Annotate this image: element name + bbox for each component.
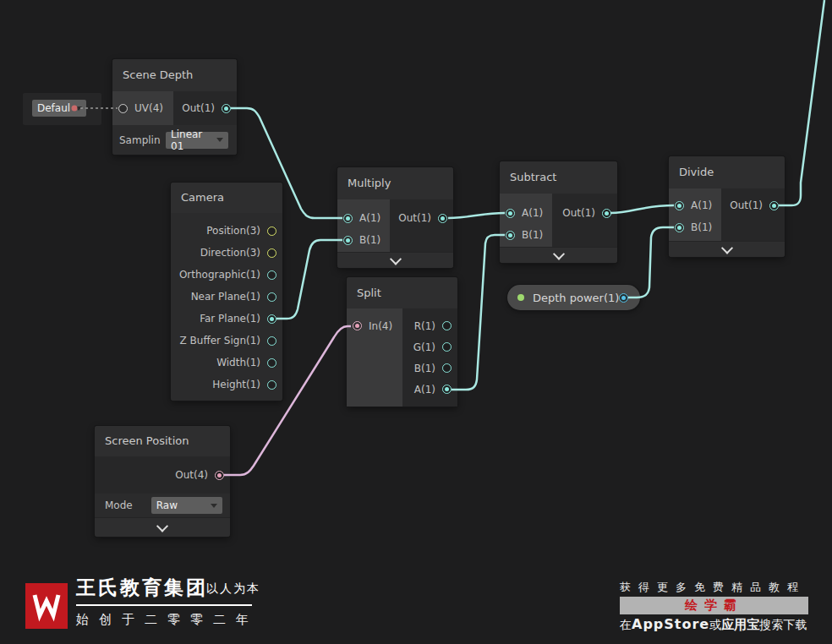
port-width-out[interactable] — [267, 358, 276, 368]
shader-graph-canvas[interactable]: Defaul Scene Depth UV(4) Out(1) Samplin … — [0, 0, 832, 644]
branding-footer: 王氏教育集团 以人为本 始创于二零零二年 获得更多免费精品教程 绘学霸 在App… — [0, 573, 832, 644]
port-label: Width(1) — [216, 357, 260, 368]
port-label: B(1) — [414, 363, 435, 374]
node-subtract[interactable]: Subtract A(1) B(1) Out(1) — [500, 161, 617, 263]
node-title: Divide — [669, 156, 785, 188]
download-pre: 在 — [620, 618, 632, 631]
port-label: B(1) — [359, 234, 380, 246]
node-camera[interactable]: Camera Position(3) Direction(3) Orthogra… — [171, 183, 282, 401]
port-out[interactable] — [438, 214, 447, 223]
port-label: Direction(3) — [200, 247, 260, 259]
founded-text: 始创于二零零二年 — [76, 612, 259, 628]
collapse-control[interactable] — [95, 517, 230, 537]
camera-output-row: Height(1) — [171, 374, 282, 396]
port-label: Position(3) — [206, 225, 260, 237]
port-height-out[interactable] — [267, 380, 276, 390]
port-b-in[interactable] — [343, 236, 353, 245]
wire-split-a-to-subtract-b[interactable] — [452, 235, 505, 390]
wire-farplane-to-multiply-b[interactable] — [276, 240, 342, 319]
uv-default-dropdown[interactable]: Defaul — [32, 100, 86, 117]
company-motto: 以人为本 — [206, 581, 260, 597]
download-store1: AppStore — [632, 616, 709, 632]
collapse-control[interactable] — [337, 252, 453, 268]
port-label: Far Plane(1) — [200, 313, 260, 325]
sampling-dropdown[interactable]: Linear 01 — [166, 132, 228, 149]
app-name-bar: 绘学霸 — [620, 597, 808, 614]
node-depth-power-property[interactable]: Depth power(1) — [507, 285, 640, 310]
promo-tagline: 获得更多免费精品教程 — [620, 580, 806, 595]
port-b-out[interactable] — [442, 363, 452, 373]
port-r-out[interactable] — [442, 321, 452, 330]
property-label: Depth power(1) — [533, 292, 619, 304]
port-label: A(1) — [359, 212, 380, 224]
port-out[interactable] — [215, 471, 224, 480]
mode-value: Raw — [156, 499, 178, 511]
port-label: B(1) — [691, 221, 712, 233]
chevron-down-icon — [552, 248, 564, 260]
port-label: A(1) — [691, 199, 712, 211]
node-title: Multiply — [337, 167, 453, 199]
camera-output-row: Position(3) — [171, 220, 282, 242]
brand-divider — [76, 604, 252, 606]
sampling-value: Linear 01 — [171, 128, 211, 152]
wire-multiply-to-subtract-a[interactable] — [448, 213, 505, 218]
wangs-logo — [25, 583, 68, 629]
port-a-in[interactable] — [343, 214, 353, 223]
port-label: Out(1) — [182, 102, 215, 114]
collapse-control[interactable] — [669, 241, 785, 257]
node-split[interactable]: Split In(4) R(1) G(1) B(1) A(1) — [347, 277, 457, 407]
port-label: In(4) — [369, 320, 392, 332]
port-orthographic-out[interactable] — [267, 270, 276, 280]
node-screen-position[interactable]: Screen Position Out(4) Mode Raw — [95, 426, 230, 537]
camera-output-row: Far Plane(1) — [171, 308, 282, 330]
wangs-logo-w-icon — [30, 589, 63, 623]
port-label: B(1) — [522, 229, 543, 241]
sampling-label: Samplin — [119, 134, 166, 146]
download-instruction: 在AppStore或应用宝搜索下载 — [620, 616, 807, 633]
port-a-in[interactable] — [675, 201, 684, 210]
port-farplane-out[interactable] — [267, 314, 276, 324]
port-b-in[interactable] — [506, 231, 515, 240]
mode-dropdown[interactable]: Raw — [151, 497, 222, 514]
port-label: G(1) — [413, 341, 435, 353]
port-label: Height(1) — [212, 379, 260, 390]
chevron-down-icon — [156, 521, 168, 532]
node-divide[interactable]: Divide A(1) B(1) Out(1) — [669, 156, 785, 257]
port-out[interactable] — [222, 104, 231, 113]
app-name: 绘学霸 — [685, 598, 743, 614]
port-label: Out(4) — [175, 469, 208, 481]
port-a-in[interactable] — [506, 209, 515, 218]
port-label: R(1) — [414, 320, 435, 332]
port-in[interactable] — [353, 321, 362, 330]
chevron-down-icon — [720, 243, 732, 254]
node-title: Camera — [171, 183, 282, 213]
camera-output-row: Near Plane(1) — [171, 286, 282, 308]
wire-subtract-to-divide-a[interactable] — [610, 205, 674, 213]
port-g-out[interactable] — [442, 342, 452, 352]
port-a-out[interactable] — [442, 385, 452, 394]
port-label: A(1) — [414, 384, 435, 396]
port-uv-in[interactable] — [118, 104, 128, 113]
port-label: Near Plane(1) — [191, 291, 260, 303]
mode-label: Mode — [105, 499, 133, 511]
port-out[interactable] — [602, 209, 611, 218]
port-out[interactable] — [769, 201, 779, 210]
port-position-out[interactable] — [267, 226, 276, 236]
port-zbuffersign-out[interactable] — [267, 336, 276, 346]
port-nearplane-out[interactable] — [267, 292, 276, 302]
node-title: Split — [347, 277, 457, 308]
port-b-in[interactable] — [675, 223, 684, 232]
port-out[interactable] — [619, 293, 628, 303]
collapse-control[interactable] — [500, 247, 617, 263]
wire-divide-out-offscreen[interactable] — [779, 0, 824, 205]
node-title: Screen Position — [95, 426, 230, 456]
port-label: A(1) — [522, 207, 543, 219]
node-multiply[interactable]: Multiply A(1) B(1) Out(1) — [337, 167, 453, 268]
port-label: Orthographic(1) — [179, 269, 260, 281]
property-exposed-dot-icon — [517, 294, 524, 301]
camera-output-row: Width(1) — [171, 352, 282, 374]
port-label: Out(1) — [398, 212, 431, 224]
node-scene-depth[interactable]: Scene Depth UV(4) Out(1) Samplin Linear … — [112, 59, 237, 155]
camera-output-row: Orthographic(1) — [171, 264, 282, 286]
port-direction-out[interactable] — [267, 248, 276, 258]
